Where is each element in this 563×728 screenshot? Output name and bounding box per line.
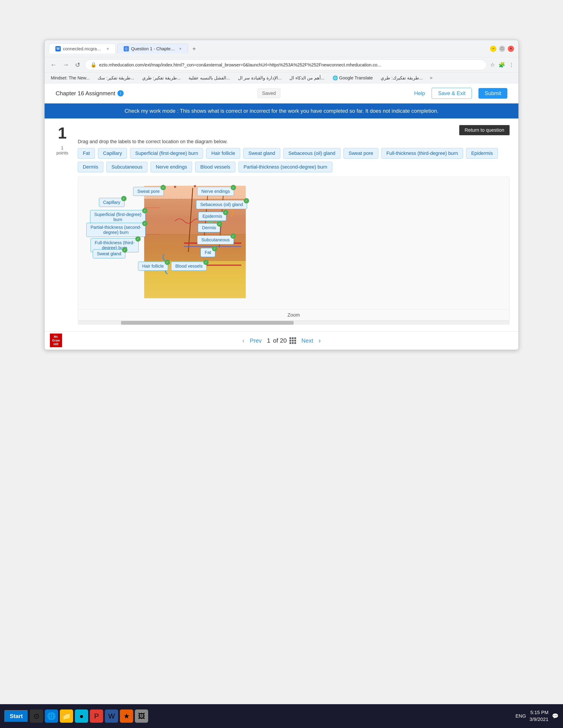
drag-option-hair-follicle[interactable]: Hair follicle bbox=[206, 148, 240, 159]
diagram-container: Sweat pore ✓ Nerve endings ✓ Capillary ✓ bbox=[78, 177, 510, 321]
chapter-title-text: Chapter 16 Assignment bbox=[56, 90, 115, 97]
maximize-button[interactable]: □ bbox=[499, 46, 505, 52]
browser-tab-2[interactable]: Q Question 1 - Chapter 16 Assign... × bbox=[117, 44, 188, 54]
submit-button[interactable]: Submit bbox=[478, 88, 507, 99]
taskbar-photo-icon[interactable]: 🖼 bbox=[135, 709, 148, 723]
drag-option-superficial[interactable]: Superficial (first-degree) burn bbox=[130, 148, 203, 159]
current-page: 1 bbox=[267, 337, 270, 344]
bookmark-mindset[interactable]: Mindset: The New... bbox=[49, 75, 91, 81]
drag-option-dermis[interactable]: Dermis bbox=[78, 162, 103, 172]
drag-option-epidermis[interactable]: Epidermis bbox=[466, 148, 498, 159]
question-number: 1 bbox=[58, 125, 67, 141]
svg-point-11 bbox=[174, 186, 176, 188]
forward-button[interactable]: → bbox=[61, 60, 70, 70]
check-work-banner: Check my work mode : This shows what is … bbox=[45, 103, 518, 118]
taskbar-circle-icon[interactable]: ⊙ bbox=[30, 709, 43, 723]
tab1-close[interactable]: × bbox=[107, 47, 109, 51]
label-partial-thickness[interactable]: Partial-thickness (second-degree) burn ✓ bbox=[86, 223, 145, 237]
notification-icon[interactable]: 💬 bbox=[552, 713, 559, 719]
taskbar-extra-icon[interactable]: ★ bbox=[120, 709, 133, 723]
next-label[interactable]: Next bbox=[302, 337, 313, 344]
svg-point-12 bbox=[194, 185, 196, 187]
label-superficial-burn[interactable]: Superficial (first-degree)burn ✓ bbox=[90, 210, 145, 224]
taskbar-chrome-icon[interactable]: ● bbox=[75, 709, 88, 723]
taskbar-powerpoint-icon[interactable]: P bbox=[90, 709, 103, 723]
bookmarks-more-icon[interactable]: » bbox=[430, 75, 433, 81]
save-exit-button[interactable]: Save & Exit bbox=[432, 88, 472, 99]
tab1-favicon: W bbox=[55, 46, 61, 51]
tab1-label: connected.mcgraw-hill.com - Yo... bbox=[63, 46, 103, 51]
drag-option-blood-vessels[interactable]: Blood vessels bbox=[195, 162, 235, 172]
zoom-label: Zoom bbox=[78, 309, 509, 321]
address-bar[interactable]: 🔒 ezto.mheducation.com/ext/map/index.htm… bbox=[85, 60, 487, 70]
address-text: ezto.mheducation.com/ext/map/index.html?… bbox=[99, 62, 381, 68]
taskbar-time: 5:15 PM bbox=[529, 709, 548, 716]
tab2-favicon: Q bbox=[124, 46, 129, 51]
label-sweat-pore[interactable]: Sweat pore ✓ bbox=[133, 187, 164, 196]
drag-option-fat[interactable]: Fat bbox=[78, 148, 95, 159]
new-tab-button[interactable]: + bbox=[190, 44, 198, 53]
question-instruction: Drag and drop the labels to the correct … bbox=[78, 139, 510, 144]
drag-option-partial-thickness[interactable]: Partial-thickness (second-degree) burn bbox=[238, 162, 332, 172]
extension-icon[interactable]: 🧩 bbox=[499, 62, 505, 68]
label-hair-follicle[interactable]: Hair follicle ✓ bbox=[138, 262, 168, 271]
tab2-label: Question 1 - Chapter 16 Assign... bbox=[131, 46, 175, 51]
bookmark-7[interactable]: طريقة تفكيرك: طري... bbox=[379, 74, 424, 81]
bookmarks-bar: Mindset: The New... طريقة تفكير: سك... ط… bbox=[45, 73, 518, 83]
minimize-button[interactable]: − bbox=[490, 46, 496, 52]
points-unit: points bbox=[56, 150, 68, 156]
bookmark-5[interactable]: الإدارة والقيادة سر ال... bbox=[236, 74, 283, 81]
bookmark-google-translate[interactable]: 🌐 Google Translate bbox=[331, 74, 375, 81]
taskbar-explorer-icon[interactable]: 📁 bbox=[60, 709, 73, 723]
taskbar: Start ⊙ 🌐 📁 ● P W ★ 🖼 ENG 5:15 PM 3/9/20… bbox=[0, 704, 563, 728]
drag-option-full-thickness[interactable]: Full-thickness (third-degree) burn bbox=[381, 148, 463, 159]
top-bar: Chapter 16 Assignment i Saved Help Save … bbox=[45, 83, 518, 103]
prev-label[interactable]: Prev bbox=[250, 337, 261, 344]
bookmark-6[interactable]: أهم من الذكاء ال... bbox=[288, 74, 326, 81]
drag-option-subcutaneous[interactable]: Subcutaneous bbox=[106, 162, 148, 172]
label-blood-vessels[interactable]: Blood vessels ✓ bbox=[171, 262, 207, 271]
label-subcutaneous[interactable]: Subcutaneous ✓ bbox=[197, 235, 234, 244]
taskbar-edge-icon[interactable]: 🌐 bbox=[45, 709, 58, 723]
bottom-navigation: ‹ Prev 1 of 20 Next › bbox=[45, 331, 518, 350]
points-value: 1 bbox=[56, 145, 68, 150]
bookmark-2[interactable]: طريقة تفكير: سك... bbox=[96, 74, 136, 81]
browser-tab-1[interactable]: W connected.mcgraw-hill.com - Yo... × bbox=[49, 44, 115, 54]
bookmark-3[interactable]: طريقة تفكير: طري... bbox=[140, 74, 182, 81]
close-button[interactable]: × bbox=[508, 46, 514, 52]
drag-option-sebaceous[interactable]: Sebaceous (oil) gland bbox=[283, 148, 341, 159]
label-capillary[interactable]: Capillary ✓ bbox=[99, 198, 124, 207]
of-total: of 20 bbox=[273, 337, 287, 344]
label-epidermis[interactable]: Epidermis ✓ bbox=[198, 212, 226, 221]
label-dermis[interactable]: Dermis ✓ bbox=[198, 223, 220, 232]
grid-view-icon[interactable] bbox=[290, 337, 296, 344]
menu-icon[interactable]: ⋮ bbox=[509, 62, 514, 68]
taskbar-date: 3/9/2021 bbox=[529, 716, 548, 723]
info-icon[interactable]: i bbox=[117, 90, 124, 96]
drag-option-nerve-endings[interactable]: Nerve endings bbox=[150, 162, 192, 172]
tab2-close[interactable]: × bbox=[179, 47, 182, 51]
label-fat[interactable]: Fat ✓ bbox=[200, 248, 215, 257]
bookmark-4[interactable]: الفشل بالنسبه عقلية... bbox=[187, 74, 232, 81]
skin-diagram-svg bbox=[131, 181, 259, 305]
saved-badge: Saved bbox=[257, 88, 280, 98]
bookmark-star-icon[interactable]: ☆ bbox=[490, 62, 495, 68]
prev-button[interactable]: ‹ bbox=[242, 337, 244, 344]
drag-options-bank: Fat Capillary Superficial (first-degree)… bbox=[78, 148, 510, 172]
return-to-question-button[interactable]: Return to question bbox=[459, 125, 510, 135]
drag-option-capillary[interactable]: Capillary bbox=[98, 148, 127, 159]
refresh-button[interactable]: ↺ bbox=[74, 60, 81, 70]
lock-icon: 🔒 bbox=[90, 62, 96, 68]
back-button[interactable]: ← bbox=[49, 60, 58, 70]
horizontal-scrollbar[interactable] bbox=[78, 321, 510, 325]
mcg-logo: McGrawHill bbox=[50, 334, 62, 347]
label-sebaceous[interactable]: Sebaceous (oil) gland ✓ bbox=[196, 200, 247, 209]
taskbar-word-icon[interactable]: W bbox=[105, 709, 118, 723]
start-button[interactable]: Start bbox=[4, 710, 28, 722]
next-button[interactable]: › bbox=[319, 337, 321, 344]
help-link[interactable]: Help bbox=[414, 90, 425, 96]
label-nerve-endings[interactable]: Nerve endings ✓ bbox=[197, 187, 234, 196]
drag-option-sweat-gland[interactable]: Sweat gland bbox=[243, 148, 280, 159]
drag-option-sweat-pore[interactable]: Sweat pore bbox=[344, 148, 378, 159]
label-sweat-gland[interactable]: Sweat gland ✓ bbox=[93, 249, 125, 258]
